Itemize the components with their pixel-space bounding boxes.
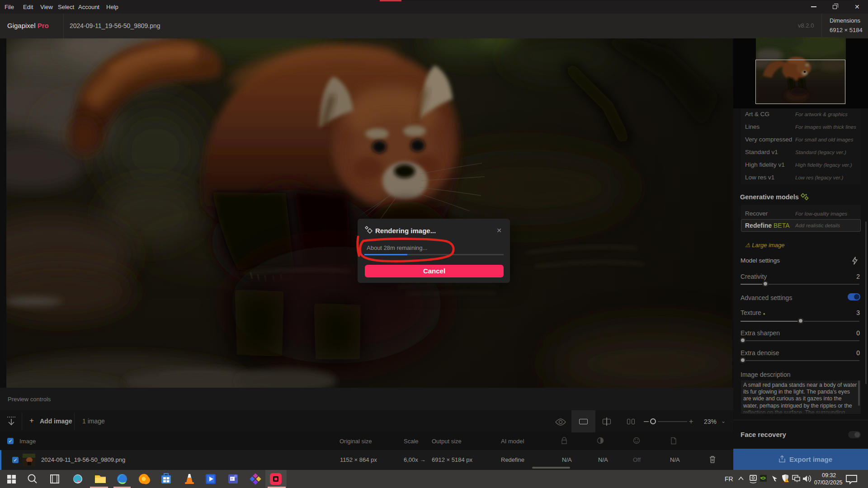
svg-text:T: T — [231, 477, 233, 481]
svg-text:FR: FR — [725, 475, 733, 483]
svg-text:07/02/2025: 07/02/2025 — [814, 479, 843, 486]
svg-text:09:32: 09:32 — [822, 472, 836, 479]
